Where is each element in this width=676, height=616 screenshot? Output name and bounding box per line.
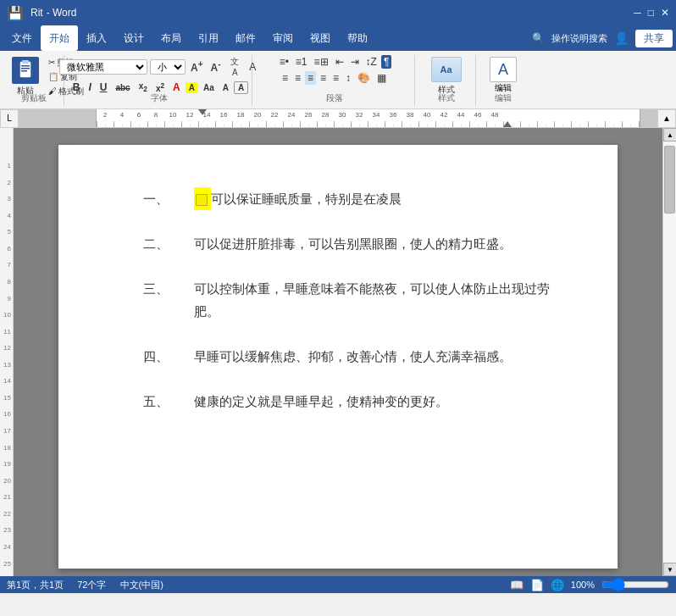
phonetic-button[interactable]: A — [219, 82, 232, 93]
ruler-tick-15: 15 — [0, 394, 13, 411]
scrollbar-track[interactable] — [663, 142, 676, 563]
minimize-icon[interactable]: ─ — [634, 7, 641, 19]
menu-item-insert[interactable]: 插入 — [78, 25, 115, 51]
ruler-tick-21: 21 — [0, 493, 13, 510]
line-spacing-button[interactable]: ↕ — [343, 71, 353, 85]
doc-item-text-1[interactable]: 可以保证睡眠质量，特别是在凌晨 — [194, 187, 402, 210]
title-bar: 💾 Rit - Word ─ □ ✕ — [0, 0, 676, 25]
menu-item-home[interactable]: 开始 — [41, 25, 78, 51]
doc-item-text-3[interactable]: 可以控制体重，早睡意味着不能熬夜，可以使人体防止出现过劳肥。 — [194, 277, 550, 323]
menu-item-help[interactable]: 帮助 — [339, 25, 376, 51]
strikethrough-button[interactable]: abc — [112, 82, 133, 93]
decrease-indent-button[interactable]: ⇤ — [333, 55, 346, 69]
ruler-tick-16: 16 — [0, 410, 13, 427]
cursor-highlight — [194, 187, 211, 210]
justify-button[interactable]: ≡ — [318, 71, 329, 85]
doc-item-num-1: 一、 — [143, 187, 194, 210]
ruler-tick-3: 3 — [0, 195, 13, 212]
copy-icon: 📋 — [48, 72, 58, 81]
ruler-left-margin — [19, 109, 97, 127]
zoom-level: 100% — [571, 580, 595, 590]
title-bar-left: 💾 Rit - Word — [7, 5, 76, 21]
page: 一、 可以保证睡眠质量，特别是在凌晨 二、 可以促进肝脏排毒，可以告别黑眼圈，使… — [58, 145, 618, 569]
user-icon: 👤 — [614, 31, 629, 45]
menu-item-review[interactable]: 审阅 — [264, 25, 302, 51]
font-label: 字体 — [66, 92, 252, 104]
menu-item-file[interactable]: 文件 — [3, 25, 41, 51]
page-view-icon[interactable]: 📄 — [530, 579, 544, 591]
cursor-indicator — [196, 194, 208, 206]
editing-group: A 编辑 编辑 — [478, 55, 529, 106]
ruler-tick-5: 5 — [0, 228, 13, 245]
ruler-tick-6: 6 — [0, 245, 13, 262]
close-icon[interactable]: ✕ — [661, 7, 669, 19]
menu-item-mailings[interactable]: 邮件 — [227, 25, 264, 51]
font-name-select[interactable]: 微软雅黑 — [59, 59, 147, 75]
ribbon: 粘贴 ✂ 剪切 📋 复制 🖌 格式刷 剪 — [0, 51, 676, 109]
decrease-font-button[interactable]: A- — [208, 58, 224, 75]
page-info: 第1页，共1页 — [7, 579, 64, 591]
distributed-button[interactable]: ≡ — [330, 71, 341, 85]
numbering-button[interactable]: ≡1 — [293, 55, 310, 69]
font-shade-button[interactable]: Aa — [200, 82, 218, 93]
ruler-content[interactable]: 2 4 6 8 10 12 14 16 18 20 22 24 26 28 30… — [97, 109, 640, 127]
editing-group-label: 编辑 — [478, 92, 529, 104]
show-marks-button[interactable]: ¶ — [381, 55, 391, 69]
doc-item-2: 二、 可以促进肝脏排毒，可以告别黑眼圈，使人的精力旺盛。 — [143, 232, 550, 255]
doc-item-text-2[interactable]: 可以促进肝脏排毒，可以告别黑眼圈，使人的精力旺盛。 — [194, 232, 512, 255]
align-left-button[interactable]: ≡ — [280, 71, 291, 85]
menu-item-layout[interactable]: 布局 — [152, 25, 190, 51]
ruler-tick-2: 2 — [0, 179, 13, 196]
share-button[interactable]: 共享 — [635, 30, 673, 47]
font-size-select[interactable]: 小四 — [150, 59, 186, 75]
align-center-button[interactable]: ≡ — [292, 71, 303, 85]
doc-item-num-4: 四、 — [143, 345, 194, 368]
menu-item-references[interactable]: 引用 — [190, 25, 227, 51]
styles-group-label: 样式 — [417, 92, 475, 104]
increase-font-button[interactable]: A+ — [188, 58, 206, 75]
shading-button[interactable]: 🎨 — [355, 71, 373, 85]
doc-item-text-5[interactable]: 健康的定义就是早睡早起，使精神变的更好。 — [194, 390, 448, 413]
ruler-right-btn[interactable]: ▲ — [657, 109, 676, 128]
editing-button[interactable]: A 编辑 — [486, 55, 520, 96]
ruler-tick-17: 17 — [0, 427, 13, 444]
doc-item-num-5: 五、 — [143, 390, 194, 413]
bullets-button[interactable]: ≡• — [277, 55, 291, 69]
scroll-down-button[interactable]: ▼ — [663, 563, 676, 576]
ruler-tick-18: 18 — [0, 444, 13, 461]
ruler-tick-23: 23 — [0, 526, 13, 543]
language: 中文(中国) — [120, 579, 163, 591]
multilevel-list-button[interactable]: ≡⊞ — [312, 55, 331, 69]
ruler-tick-8: 8 — [0, 278, 13, 295]
scroll-up-button[interactable]: ▲ — [663, 128, 676, 142]
para-row2: ≡ ≡ ≡ ≡ ≡ ↕ 🎨 ▦ — [280, 71, 389, 85]
search-label[interactable]: 操作说明搜索 — [551, 32, 607, 45]
styles-button[interactable]: Aa 样式 — [426, 55, 467, 97]
maximize-icon[interactable]: □ — [648, 7, 654, 19]
zoom-slider[interactable] — [601, 580, 669, 590]
status-bar: 第1页，共1页 72个字 中文(中国) 📖 📄 🌐 100% — [0, 576, 676, 593]
ruler: L 2 4 6 8 10 12 14 16 18 20 22 24 — [0, 109, 676, 128]
increase-indent-button[interactable]: ⇥ — [348, 55, 362, 69]
doc-item-4: 四、 早睡可以缓解焦虑、抑郁，改善心情，使人充满幸福感。 — [143, 345, 550, 368]
title-text: Rit — [30, 7, 43, 19]
title-app: - Word — [47, 7, 77, 19]
clipboard-label: 剪贴板 — [3, 92, 64, 104]
ruler-tick-13: 13 — [0, 361, 13, 378]
scrollbar-thumb[interactable] — [664, 146, 675, 214]
svg-rect-2 — [21, 65, 30, 67]
doc-item-text-4[interactable]: 早睡可以缓解焦虑、抑郁，改善心情，使人充满幸福感。 — [194, 345, 512, 368]
read-view-icon[interactable]: 📖 — [510, 579, 524, 591]
menu-item-view[interactable]: 视图 — [302, 25, 339, 51]
menu-item-design[interactable]: 设计 — [115, 25, 152, 51]
web-view-icon[interactable]: 🌐 — [551, 579, 564, 591]
highlight-color-button[interactable]: A — [186, 82, 198, 93]
ruler-tick-1: 1 — [0, 162, 13, 179]
border-button[interactable]: ▦ — [374, 71, 389, 85]
document-area[interactable]: 一、 可以保证睡眠质量，特别是在凌晨 二、 可以促进肝脏排毒，可以告别黑眼圈，使… — [14, 128, 662, 576]
ruler-left-btn[interactable]: L — [0, 109, 19, 128]
pinyin-button[interactable]: 文A — [226, 55, 245, 78]
sort-button[interactable]: ↕Z — [363, 55, 380, 69]
align-right-button[interactable]: ≡ — [305, 71, 316, 85]
status-right: 📖 📄 🌐 100% — [510, 579, 669, 591]
